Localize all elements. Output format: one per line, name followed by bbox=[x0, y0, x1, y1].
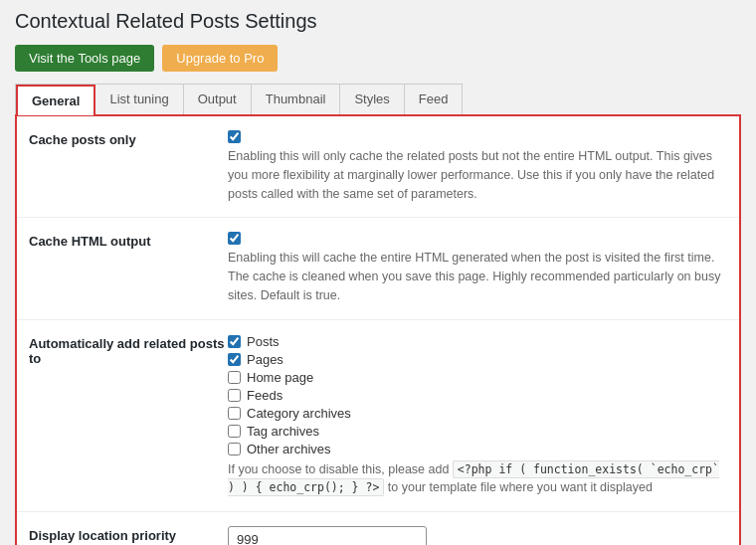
auto-add-posts-label: Posts bbox=[247, 334, 280, 349]
auto-add-category-label: Category archives bbox=[247, 406, 351, 421]
auto-add-desc-before: If you choose to disable this, please ad… bbox=[228, 462, 453, 476]
auto-add-tag-checkbox[interactable] bbox=[228, 425, 241, 438]
cache-html-output-content: Enabling this will cache the entire HTML… bbox=[228, 232, 727, 304]
tab-output[interactable]: Output bbox=[184, 85, 252, 114]
auto-add-homepage-label: Home page bbox=[247, 370, 313, 385]
setting-display-location-priority: Display location priority Select the rel… bbox=[17, 512, 739, 545]
auto-add-posts-checkbox[interactable] bbox=[228, 335, 241, 348]
auto-add-desc-after: to your template file where you want it … bbox=[384, 480, 653, 494]
auto-add-feeds-label: Feeds bbox=[247, 388, 283, 403]
button-row: Visit the Tools page Upgrade to Pro bbox=[15, 45, 741, 72]
cache-posts-only-label: Cache posts only bbox=[29, 130, 228, 147]
content-area: Cache posts only Enabling this will only… bbox=[15, 114, 741, 545]
auto-add-feeds-checkbox[interactable] bbox=[228, 389, 241, 402]
auto-add-tag-label: Tag archives bbox=[247, 424, 319, 439]
auto-add-posts-row: Posts bbox=[228, 334, 727, 349]
auto-add-feeds-row: Feeds bbox=[228, 388, 727, 403]
tab-styles[interactable]: Styles bbox=[340, 85, 404, 114]
cache-html-output-checkbox[interactable] bbox=[228, 232, 241, 245]
auto-add-tag-row: Tag archives bbox=[228, 424, 727, 439]
auto-add-category-checkbox[interactable] bbox=[228, 407, 241, 420]
display-location-priority-label: Display location priority bbox=[29, 526, 228, 543]
setting-cache-html-output: Cache HTML output Enabling this will cac… bbox=[17, 218, 739, 319]
tab-general[interactable]: General bbox=[16, 85, 95, 115]
tabs-and-content: General List tuning Output Thumbnail Sty… bbox=[15, 84, 741, 545]
visit-tools-button[interactable]: Visit the Tools page bbox=[15, 45, 154, 72]
display-location-priority-input[interactable] bbox=[228, 526, 427, 545]
auto-add-label: Automatically add related posts to bbox=[29, 334, 228, 366]
auto-add-other-checkbox[interactable] bbox=[228, 443, 241, 455]
tab-list-tuning[interactable]: List tuning bbox=[95, 85, 183, 114]
display-location-priority-content: Select the relative position of the rela… bbox=[228, 526, 727, 545]
auto-add-pages-label: Pages bbox=[247, 352, 284, 367]
tab-thumbnail[interactable]: Thumbnail bbox=[252, 85, 341, 114]
auto-add-desc: If you choose to disable this, please ad… bbox=[228, 460, 727, 498]
setting-auto-add: Automatically add related posts to Posts… bbox=[17, 320, 739, 513]
auto-add-category-row: Category archives bbox=[228, 406, 727, 421]
page-wrapper: Contextual Related Posts Settings Visit … bbox=[0, 0, 756, 545]
auto-add-homepage-row: Home page bbox=[228, 370, 727, 385]
auto-add-other-label: Other archives bbox=[247, 442, 331, 456]
cache-posts-only-checkbox-row bbox=[228, 130, 727, 143]
auto-add-content: Posts Pages Home page Feeds bbox=[228, 334, 727, 498]
auto-add-pages-row: Pages bbox=[228, 352, 727, 367]
auto-add-other-row: Other archives bbox=[228, 442, 727, 456]
cache-posts-only-checkbox[interactable] bbox=[228, 130, 241, 143]
cache-posts-only-desc: Enabling this will only cache the relate… bbox=[228, 147, 727, 203]
upgrade-pro-button[interactable]: Upgrade to Pro bbox=[162, 45, 278, 72]
tab-feed[interactable]: Feed bbox=[405, 85, 463, 114]
page-title: Contextual Related Posts Settings bbox=[15, 10, 741, 33]
cache-html-output-checkbox-row bbox=[228, 232, 727, 245]
tab-bar: General List tuning Output Thumbnail Sty… bbox=[15, 84, 463, 114]
cache-html-output-desc: Enabling this will cache the entire HTML… bbox=[228, 249, 727, 304]
auto-add-pages-checkbox[interactable] bbox=[228, 353, 241, 366]
cache-html-output-label: Cache HTML output bbox=[29, 232, 228, 249]
auto-add-homepage-checkbox[interactable] bbox=[228, 371, 241, 384]
setting-cache-posts-only: Cache posts only Enabling this will only… bbox=[17, 116, 739, 218]
cache-posts-only-content: Enabling this will only cache the relate… bbox=[228, 130, 727, 203]
